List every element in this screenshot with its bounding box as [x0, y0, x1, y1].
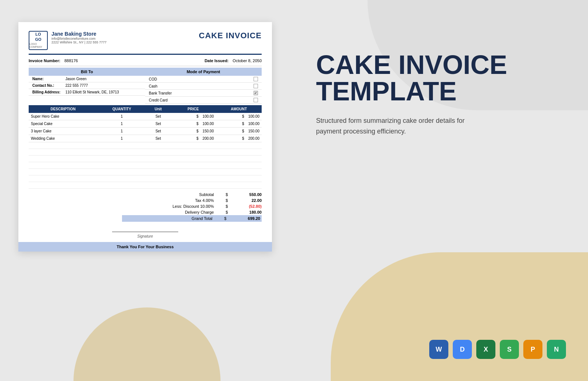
- row-description: Super Hero Cake: [29, 113, 97, 120]
- invoice-number-label: Invoice Number:: [29, 58, 60, 63]
- delivery-dollar: $: [221, 210, 232, 214]
- svg-text:N: N: [554, 346, 559, 353]
- invoice-footer: Thank You For Your Business: [18, 242, 272, 252]
- invoice-header: LO GO LOGO COMPANY Jane Baking Store inf…: [29, 31, 262, 50]
- row-description: Special Cake: [29, 120, 97, 128]
- delivery-label: Delivery Charge: [122, 210, 221, 214]
- discount-value: (52.80): [232, 204, 262, 209]
- table-header-row: DESCRIPTION QUANTITY Unit PRICE AMOUNT: [29, 105, 262, 113]
- row-unit: Set: [146, 113, 171, 120]
- invoice-panel: LO GO LOGO COMPANY Jane Baking Store inf…: [18, 22, 272, 252]
- docs-icon[interactable]: D: [453, 340, 472, 359]
- company-address: 2222 Willshire St., NY | 222 555 7777: [51, 40, 107, 44]
- invoice-number-group: Invoice Number: 888176: [29, 58, 78, 63]
- app-icons-row: W D X S P N: [429, 340, 566, 359]
- discount-dollar: $: [221, 204, 232, 209]
- payment-cash-checkbox[interactable]: [254, 84, 258, 88]
- grand-dollar: $: [220, 216, 231, 221]
- subtotal-dollar: $: [221, 192, 232, 197]
- tax-value: 22.00: [232, 198, 262, 203]
- svg-text:S: S: [507, 346, 512, 353]
- svg-text:D: D: [460, 346, 465, 353]
- table-row-empty: [29, 156, 262, 162]
- row-quantity: 1: [97, 113, 146, 120]
- col-price: PRICE: [170, 105, 216, 113]
- header-divider: [29, 54, 262, 55]
- row-quantity: 1: [97, 128, 146, 135]
- row-price: $ 100.00: [170, 113, 216, 120]
- right-title-line1: CAKE INVOICE: [316, 51, 548, 78]
- subtotal-row: Subtotal $ 550.00: [122, 192, 262, 197]
- table-row: 3 layer Cake 1 Set $ 150.00 $ 150.00: [29, 128, 262, 135]
- table-row-empty: [29, 142, 262, 149]
- row-price: $ 200.00: [170, 135, 216, 142]
- signature-label: Signature: [29, 234, 262, 238]
- payment-credit-checkbox[interactable]: [254, 98, 258, 102]
- invoice-number-value: 888176: [64, 58, 78, 63]
- row-price: $ 100.00: [170, 120, 216, 128]
- name-row: Name: Jason Green: [29, 76, 145, 82]
- address-label: Billing Address:: [32, 90, 65, 94]
- row-amount: $ 150.00: [216, 128, 262, 135]
- row-price: $ 150.00: [170, 128, 216, 135]
- signature-line-container: Signature: [29, 228, 262, 238]
- date-label: Date Issued:: [205, 58, 229, 63]
- pages-icon[interactable]: P: [523, 340, 542, 359]
- row-quantity: 1: [97, 135, 146, 142]
- company-logo: LO GO LOGO COMPANY: [29, 31, 48, 50]
- meta-row: Invoice Number: 888176 Date Issued: Octo…: [29, 58, 262, 63]
- table-row-empty: [29, 175, 262, 182]
- tax-dollar: $: [221, 198, 232, 203]
- row-unit: Set: [146, 128, 171, 135]
- company-info: Jane Baking Store info@bristleconefurnit…: [51, 31, 107, 44]
- row-description: Wedding Cake: [29, 135, 97, 142]
- payment-section: COD Cash Bank Transfer ✓ Credit Card: [145, 76, 262, 104]
- payment-credit-label: Credit Card: [149, 98, 254, 102]
- sheets-icon[interactable]: S: [500, 340, 519, 359]
- grand-label: Grand Total: [123, 216, 220, 221]
- payment-bank-checkbox[interactable]: ✓: [254, 91, 258, 95]
- delivery-value: 180.00: [232, 210, 262, 214]
- row-amount: $ 200.00: [216, 135, 262, 142]
- totals-area: Subtotal $ 550.00 Tax 4.00% $ 22.00 Less…: [29, 192, 262, 222]
- bill-to-section: Name: Jason Green Contact No.: 222 555 7…: [29, 76, 145, 104]
- invoice-title: CAKE INVOICE: [199, 31, 262, 40]
- contact-label: Contact No.:: [32, 83, 65, 88]
- col-unit: Unit: [146, 105, 171, 113]
- subtotal-label: Subtotal: [122, 192, 221, 197]
- right-title: CAKE INVOICE TEMPLATE: [316, 51, 548, 104]
- grand-value: 699.20: [231, 216, 260, 221]
- row-amount: $ 100.00: [216, 120, 262, 128]
- payment-cash: Cash: [145, 83, 262, 90]
- row-unit: Set: [146, 135, 171, 142]
- svg-text:P: P: [531, 346, 535, 353]
- tax-row: Tax 4.00% $ 22.00: [122, 197, 262, 203]
- billing-address-row: Billing Address: 110 Elliott St Newark, …: [29, 89, 145, 96]
- excel-icon[interactable]: X: [476, 340, 495, 359]
- right-description: Structured form summarizing cake order d…: [316, 115, 470, 137]
- contact-row: Contact No.: 222 555 7777: [29, 82, 145, 89]
- address-value: 110 Elliott St Newark, DE, 19713: [65, 90, 141, 94]
- name-label: Name:: [32, 77, 65, 81]
- bill-payment-area: Name: Jason Green Contact No.: 222 555 7…: [29, 76, 262, 104]
- signature-area: Signature: [29, 228, 262, 238]
- name-value: Jason Green: [65, 77, 141, 81]
- date-group: Date Issued: October 8, 2050: [205, 58, 262, 63]
- grand-total-row: Grand Total $ 699.20: [122, 215, 262, 222]
- meta-divider: [29, 66, 262, 66]
- section-headers: Bill To Mode of Payment: [29, 68, 262, 76]
- row-description: 3 layer Cake: [29, 128, 97, 135]
- payment-cash-label: Cash: [149, 84, 254, 88]
- subtotal-value: 550.00: [232, 192, 262, 197]
- right-title-line2: TEMPLATE: [316, 78, 548, 104]
- row-amount: $ 100.00: [216, 113, 262, 120]
- col-quantity: QUANTITY: [97, 105, 146, 113]
- contact-value: 222 555 7777: [65, 83, 141, 88]
- word-icon[interactable]: W: [429, 340, 448, 359]
- numbers-icon[interactable]: N: [547, 340, 566, 359]
- bg-decoration-bottom2: [74, 307, 220, 381]
- payment-cod-label: COD: [149, 77, 254, 81]
- discount-label: Less: Discount 10.00%: [122, 204, 221, 209]
- payment-cod: COD: [145, 76, 262, 83]
- payment-cod-checkbox[interactable]: [254, 77, 258, 81]
